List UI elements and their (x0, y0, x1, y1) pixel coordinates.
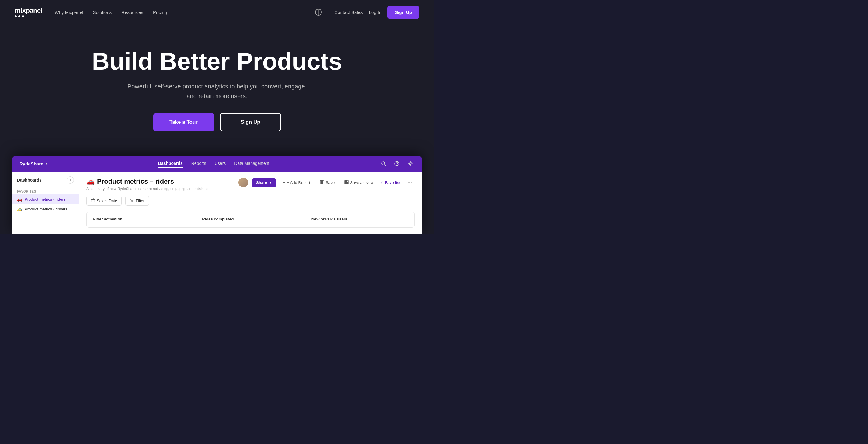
app-brand[interactable]: RydeShare ▼ (20, 161, 48, 166)
svg-rect-11 (91, 199, 95, 202)
sidebar-item-drivers[interactable]: 🚕 Product metrics - drivers (12, 204, 79, 214)
dashboard-header: 🚗 Product metrics – riders A summary of … (86, 178, 414, 191)
app-content: Dashboards + Favorites 🚗 Product metrics… (12, 171, 422, 234)
check-icon: ✓ (380, 180, 383, 185)
globe-icon[interactable] (315, 9, 322, 15)
nav-link-resources[interactable]: Resources (121, 10, 143, 15)
svg-rect-10 (345, 182, 348, 184)
nav-link-solutions[interactable]: Solutions (93, 10, 112, 15)
logo[interactable]: mixpanel (14, 7, 42, 17)
svg-rect-6 (321, 180, 323, 182)
save-as-new-button[interactable]: Save as New (341, 178, 376, 187)
logo-dot-3 (22, 15, 24, 17)
logo-text: mixpanel (14, 7, 42, 14)
search-icon[interactable] (379, 159, 388, 168)
hero-signup-button[interactable]: Sign Up (220, 113, 281, 131)
nav-links: Why Mixpanel Solutions Resources Pricing (55, 10, 167, 15)
svg-rect-7 (321, 182, 323, 184)
share-button-label: Share (256, 180, 267, 185)
signup-button[interactable]: Sign Up (388, 6, 420, 19)
filter-label: Filter (136, 198, 145, 203)
save-as-new-label: Save as New (350, 180, 373, 185)
metric-rider-activation-label: Rider activation (93, 217, 189, 221)
logo-dot-2 (18, 15, 20, 17)
nav-left: mixpanel Why Mixpanel Solutions Resource… (14, 7, 167, 17)
avatar (239, 178, 248, 187)
share-button[interactable]: Share ▼ (252, 178, 276, 187)
help-icon[interactable]: ? (393, 159, 401, 168)
take-a-tour-button[interactable]: Take a Tour (153, 113, 214, 131)
dashboard-title-text: Product metrics – riders (97, 178, 174, 186)
hero-section: Build Better Products Powerful, self-ser… (0, 24, 434, 150)
sidebar-add-button[interactable]: + (67, 177, 74, 184)
filter-bar: Select Date Filter (86, 196, 414, 205)
more-options-button[interactable]: ··· (405, 178, 414, 187)
calendar-icon (91, 198, 95, 203)
svg-point-4 (409, 163, 411, 164)
sidebar-item-riders-icon: 🚗 (17, 197, 22, 202)
hero-subtitle: Powerful, self-serve product analytics t… (126, 82, 308, 101)
dashboard-title: 🚗 Product metrics – riders (86, 178, 209, 186)
app-nav-data-management[interactable]: Data Management (234, 160, 269, 167)
settings-icon[interactable] (406, 159, 414, 168)
app-brand-name: RydeShare (20, 161, 43, 166)
logo-dot-1 (14, 15, 17, 17)
dashboard-preview: RydeShare ▼ Dashboards Reports Users Dat… (0, 150, 434, 234)
add-report-button[interactable]: + + Add Report (280, 178, 313, 187)
metric-rides-completed-label: Rides completed (202, 217, 299, 221)
sidebar-item-riders-label: Product metrics - riders (25, 197, 65, 202)
logo-dots (14, 15, 42, 17)
save-as-new-icon (344, 180, 348, 185)
app-window: RydeShare ▼ Dashboards Reports Users Dat… (12, 156, 422, 234)
filter-button[interactable]: Filter (125, 196, 149, 205)
nav-link-pricing[interactable]: Pricing (153, 10, 167, 15)
add-report-label: + Add Report (287, 180, 310, 185)
app-nav-dashboards[interactable]: Dashboards (158, 160, 183, 167)
sidebar-title: Dashboards (17, 178, 42, 183)
app-nav-icons: ? (379, 159, 414, 168)
app-main: 🚗 Product metrics – riders A summary of … (79, 171, 422, 234)
contact-sales-link[interactable]: Contact Sales (334, 10, 363, 15)
navbar: mixpanel Why Mixpanel Solutions Resource… (0, 0, 434, 24)
avatar-image (239, 178, 248, 187)
hero-buttons: Take a Tour Sign Up (12, 113, 422, 131)
svg-text:?: ? (396, 162, 398, 165)
sidebar-item-riders[interactable]: 🚗 Product metrics - riders (12, 194, 79, 204)
app-nav-reports[interactable]: Reports (191, 160, 206, 167)
filter-icon (130, 198, 134, 203)
metrics-row: Rider activation Rides completed New rew… (86, 212, 414, 228)
svg-rect-9 (345, 180, 347, 182)
save-icon (320, 180, 324, 185)
dashboard-title-area: 🚗 Product metrics – riders A summary of … (86, 178, 209, 191)
app-topnav: Dashboards Reports Users Data Management (158, 160, 270, 167)
nav-divider (328, 8, 328, 16)
metric-card-rides-completed: Rides completed (196, 212, 305, 227)
select-date-button[interactable]: Select Date (86, 196, 122, 205)
dashboard-subtitle: A summary of how RydeShare users are act… (86, 187, 209, 191)
nav-right: Contact Sales Log In Sign Up (315, 6, 420, 19)
sidebar-item-drivers-label: Product metrics - drivers (25, 207, 67, 211)
favorited-label: Favorited (385, 180, 401, 185)
nav-link-why-mixpanel[interactable]: Why Mixpanel (55, 10, 83, 15)
sidebar-item-drivers-icon: 🚕 (17, 207, 22, 211)
favorited-button[interactable]: ✓ Favorited (380, 180, 401, 185)
save-label: Save (326, 180, 335, 185)
app-topbar: RydeShare ▼ Dashboards Reports Users Dat… (12, 156, 422, 171)
select-date-label: Select Date (97, 198, 117, 203)
dashboard-actions: Share ▼ + + Add Report (239, 178, 414, 187)
app-sidebar: Dashboards + Favorites 🚗 Product metrics… (12, 171, 79, 234)
metric-new-rewards-users-label: New rewards users (311, 217, 408, 221)
hero-title: Build Better Products (12, 49, 422, 74)
save-button[interactable]: Save (317, 178, 338, 187)
log-in-link[interactable]: Log In (369, 10, 382, 15)
svg-line-1 (384, 164, 385, 166)
app-brand-arrow-icon: ▼ (45, 162, 48, 165)
share-button-arrow-icon: ▼ (269, 181, 272, 184)
dashboard-title-icon: 🚗 (86, 178, 95, 186)
app-nav-users[interactable]: Users (215, 160, 226, 167)
sidebar-header: Dashboards + (12, 177, 79, 187)
add-report-icon: + (283, 180, 285, 185)
metric-card-rider-activation: Rider activation (87, 212, 196, 227)
metric-card-new-rewards-users: New rewards users (305, 212, 414, 227)
sidebar-section-favorites: Favorites (12, 187, 79, 194)
